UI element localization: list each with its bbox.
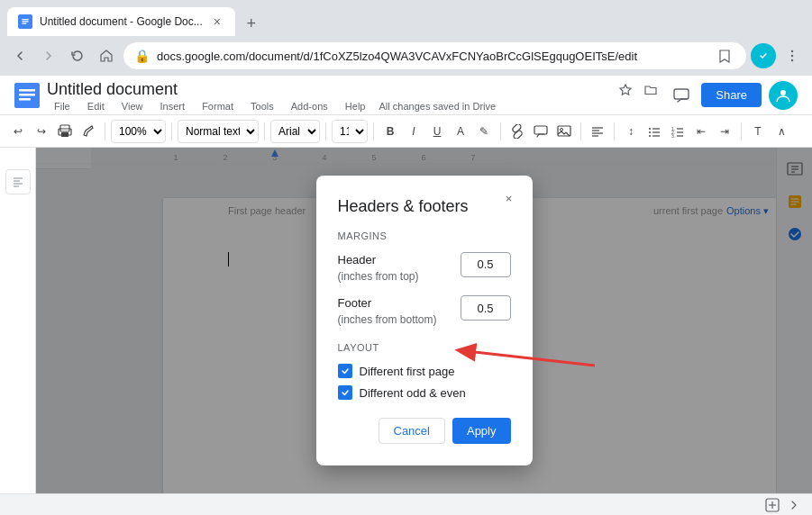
app-logo bbox=[14, 83, 40, 108]
toolbar-divider-3 bbox=[264, 122, 265, 140]
svg-rect-3 bbox=[22, 23, 26, 24]
add-page-button[interactable] bbox=[762, 494, 783, 516]
increase-indent-button[interactable]: ⇥ bbox=[714, 119, 735, 144]
different-odd-even-checkbox[interactable] bbox=[338, 385, 352, 400]
svg-point-6 bbox=[791, 55, 793, 57]
redo-button[interactable]: ↪ bbox=[31, 119, 52, 144]
svg-point-26 bbox=[649, 131, 651, 133]
menu-addons[interactable]: Add-ons bbox=[284, 97, 335, 115]
svg-rect-16 bbox=[61, 132, 68, 137]
menu-edit[interactable]: Edit bbox=[80, 97, 112, 115]
numbered-list-button[interactable]: 1.2.3. bbox=[667, 119, 689, 144]
clear-format-button[interactable]: T bbox=[747, 119, 769, 144]
address-icons bbox=[714, 45, 735, 67]
star-icon[interactable] bbox=[615, 79, 636, 101]
footer-margin-input[interactable] bbox=[461, 295, 511, 321]
header-field-row: Header (inches from top) bbox=[338, 252, 511, 285]
different-first-page-checkbox[interactable] bbox=[338, 364, 352, 378]
browser-chrome: Untitled document - Google Doc... × + 🔒 … bbox=[0, 0, 812, 76]
decrease-indent-button[interactable]: ⇤ bbox=[690, 119, 712, 144]
user-avatar[interactable] bbox=[769, 81, 798, 110]
browser-menu-button[interactable] bbox=[780, 43, 805, 68]
dialog-close-button[interactable]: × bbox=[497, 186, 522, 212]
back-button[interactable] bbox=[7, 43, 32, 68]
refresh-button[interactable] bbox=[65, 43, 90, 68]
header-margin-input[interactable] bbox=[461, 252, 511, 277]
menu-insert[interactable]: Insert bbox=[153, 97, 193, 115]
svg-rect-1 bbox=[22, 19, 29, 20]
image-button[interactable] bbox=[553, 119, 575, 144]
chat-button[interactable] bbox=[669, 83, 694, 108]
underline-button[interactable]: U bbox=[426, 119, 448, 144]
link-button[interactable] bbox=[506, 119, 528, 144]
svg-point-24 bbox=[649, 128, 651, 130]
font-size-select[interactable]: 11 bbox=[332, 120, 368, 143]
home-button[interactable] bbox=[94, 43, 119, 68]
toolbar-divider-2 bbox=[171, 122, 172, 140]
menu-file[interactable]: File bbox=[47, 97, 78, 115]
menu-row: File Edit View Insert Format Tools Add-o… bbox=[47, 101, 496, 112]
toolbar-divider-6 bbox=[500, 122, 501, 140]
undo-button[interactable]: ↩ bbox=[7, 119, 29, 144]
highlight-button[interactable]: ✎ bbox=[473, 119, 495, 144]
menu-view[interactable]: View bbox=[114, 97, 151, 115]
toolbar-divider-7 bbox=[580, 122, 581, 140]
svg-rect-2 bbox=[22, 21, 29, 22]
menu-format[interactable]: Format bbox=[195, 97, 241, 115]
line-spacing-button[interactable]: ↕ bbox=[620, 119, 642, 144]
text-color-button[interactable]: A bbox=[450, 119, 471, 144]
svg-point-13 bbox=[780, 90, 786, 95]
browser-extension-icon[interactable] bbox=[751, 43, 776, 68]
forward-button[interactable] bbox=[36, 43, 61, 68]
print-button[interactable] bbox=[54, 119, 76, 144]
tab-close-btn[interactable]: × bbox=[210, 14, 224, 29]
bottom-bar bbox=[0, 493, 812, 515]
menu-help[interactable]: Help bbox=[338, 97, 373, 115]
editor-wrapper: 1 2 3 4 5 6 7 First page header bbox=[0, 148, 812, 493]
share-button[interactable]: Share bbox=[701, 83, 762, 107]
folder-icon[interactable] bbox=[640, 79, 661, 101]
different-odd-even-row[interactable]: Different odd & even bbox=[338, 385, 511, 400]
outline-icon[interactable] bbox=[5, 169, 31, 194]
bold-button[interactable]: B bbox=[379, 119, 401, 144]
next-page-button[interactable] bbox=[783, 494, 805, 516]
menu-tools[interactable]: Tools bbox=[243, 97, 281, 115]
new-tab-button[interactable]: + bbox=[239, 11, 264, 36]
svg-point-19 bbox=[561, 128, 563, 131]
different-first-page-row[interactable]: Different first page bbox=[338, 364, 511, 378]
header-field-label: Header (inches from top) bbox=[338, 252, 419, 285]
bookmark-icon[interactable] bbox=[714, 45, 735, 67]
paintformat-button[interactable] bbox=[78, 119, 99, 144]
zoom-select[interactable]: 100% bbox=[111, 120, 166, 143]
bullet-list-button[interactable] bbox=[643, 119, 665, 144]
toolbar: ↩ ↪ 100% Normal text Arial 11 B I U A ✎ bbox=[0, 115, 812, 148]
style-select[interactable]: Normal text bbox=[178, 120, 259, 143]
lock-icon: 🔒 bbox=[134, 49, 150, 63]
svg-point-7 bbox=[791, 59, 793, 61]
doc-title-row: Untitled document File Edit View Insert … bbox=[47, 79, 661, 112]
font-select[interactable]: Arial bbox=[270, 120, 320, 143]
align-left-button[interactable] bbox=[587, 119, 608, 144]
tab-bar: Untitled document - Google Doc... × + bbox=[0, 0, 812, 36]
italic-button[interactable]: I bbox=[403, 119, 424, 144]
headers-footers-dialog: Headers & footers × Margins Header (inch… bbox=[316, 176, 533, 466]
address-bar-row: 🔒 docs.google.com/document/d/1fCoXZ5lzo4… bbox=[0, 36, 812, 76]
different-odd-even-label: Different odd & even bbox=[360, 386, 466, 400]
comment-button[interactable] bbox=[530, 119, 552, 144]
cancel-button[interactable]: Cancel bbox=[379, 418, 445, 444]
svg-point-5 bbox=[791, 50, 793, 52]
margins-section-label: Margins bbox=[338, 230, 511, 241]
toolbar-divider-4 bbox=[325, 122, 326, 140]
svg-rect-11 bbox=[19, 98, 31, 101]
document-title[interactable]: Untitled document bbox=[47, 80, 611, 99]
dialog-actions: Cancel Apply bbox=[338, 418, 511, 444]
address-bar[interactable]: 🔒 docs.google.com/document/d/1fCoXZ5lzo4… bbox=[123, 41, 747, 70]
header-actions: Share bbox=[669, 81, 798, 110]
svg-text:3.: 3. bbox=[671, 133, 675, 139]
active-tab[interactable]: Untitled document - Google Doc... × bbox=[7, 7, 235, 36]
svg-rect-12 bbox=[674, 89, 689, 99]
apply-button[interactable]: Apply bbox=[452, 418, 511, 444]
tab-title: Untitled document - Google Doc... bbox=[40, 15, 203, 28]
expand-toolbar-button[interactable]: ∧ bbox=[771, 119, 792, 144]
editor-area[interactable]: 1 2 3 4 5 6 7 First page header bbox=[36, 148, 812, 493]
